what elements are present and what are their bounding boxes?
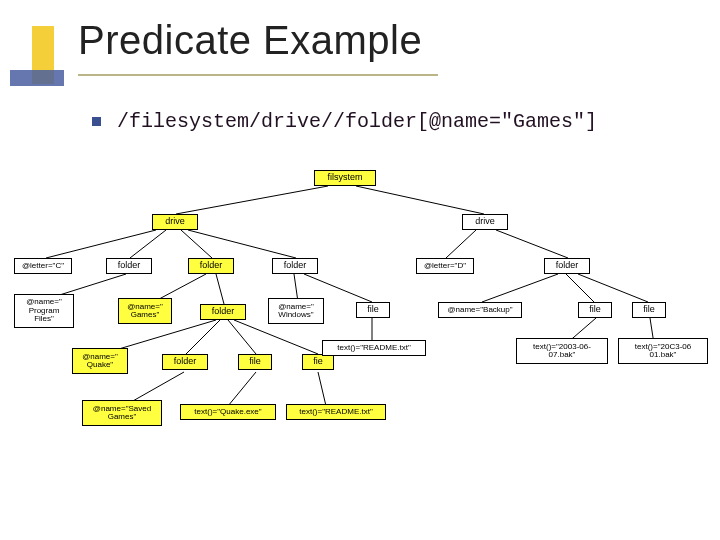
svg-line-4 bbox=[181, 230, 212, 258]
node-file-quakeexe: file bbox=[238, 354, 272, 370]
node-text-quakeexe: text()="Quake.exe" bbox=[180, 404, 276, 420]
slide-accent-horizontal bbox=[10, 70, 64, 86]
svg-line-21 bbox=[228, 320, 256, 354]
title-underline bbox=[78, 74, 438, 76]
svg-line-7 bbox=[496, 230, 568, 258]
node-drive-1: drive bbox=[152, 214, 198, 230]
node-text-readme1: text()="README.txt" bbox=[322, 340, 426, 356]
svg-line-6 bbox=[446, 230, 476, 258]
svg-line-13 bbox=[482, 274, 558, 302]
node-file-d1: file bbox=[578, 302, 612, 318]
svg-line-25 bbox=[318, 372, 326, 406]
slide-title: Predicate Example bbox=[78, 18, 422, 63]
square-bullet-icon bbox=[92, 117, 101, 126]
svg-line-22 bbox=[234, 320, 318, 354]
bullet-row: /filesystem/drive//folder[@name="Games"] bbox=[92, 110, 597, 133]
node-attr-letter-c: @letter="C" bbox=[14, 258, 72, 274]
node-root: filsystem bbox=[314, 170, 376, 186]
svg-line-3 bbox=[130, 230, 166, 258]
tree-diagram: filsystem drive drive @letter="C" folder… bbox=[6, 168, 714, 468]
node-attr-saved-games: @name="Saved Games" bbox=[82, 400, 162, 426]
svg-line-2 bbox=[46, 230, 156, 258]
node-text-readme2: text()="README.txt" bbox=[286, 404, 386, 420]
node-attr-quake: @name=" Quake" bbox=[72, 348, 128, 374]
node-folder-saved: folder bbox=[162, 354, 208, 370]
svg-line-5 bbox=[188, 230, 296, 258]
svg-line-15 bbox=[578, 274, 648, 302]
node-text-backup-date: text()="2003-06- 07.bak" bbox=[516, 338, 608, 364]
node-file-readme-c: file bbox=[356, 302, 390, 318]
node-attr-program-files: @name=" Program Files" bbox=[14, 294, 74, 328]
node-folder-c1: folder bbox=[106, 258, 152, 274]
svg-line-20 bbox=[186, 320, 220, 354]
svg-line-10 bbox=[216, 274, 224, 304]
node-attr-letter-d: @letter="D" bbox=[416, 258, 474, 274]
node-folder-d: folder bbox=[544, 258, 590, 274]
node-file-readme2: fie bbox=[302, 354, 334, 370]
node-file-d2: file bbox=[632, 302, 666, 318]
node-attr-backup: @name="Backup" bbox=[438, 302, 522, 318]
svg-line-1 bbox=[356, 186, 484, 214]
node-folder-games-sub: folder bbox=[200, 304, 246, 320]
node-drive-2: drive bbox=[462, 214, 508, 230]
node-folder-c2: folder bbox=[188, 258, 234, 274]
svg-line-0 bbox=[176, 186, 328, 214]
svg-line-24 bbox=[228, 372, 256, 406]
node-attr-windows: @name=" Windows" bbox=[268, 298, 324, 324]
node-text-d2-date: text()="20C3-06 01.bak" bbox=[618, 338, 708, 364]
node-attr-games: @name=" Games" bbox=[118, 298, 172, 324]
node-folder-c3: folder bbox=[272, 258, 318, 274]
xpath-expression: /filesystem/drive//folder[@name="Games"] bbox=[117, 110, 597, 133]
